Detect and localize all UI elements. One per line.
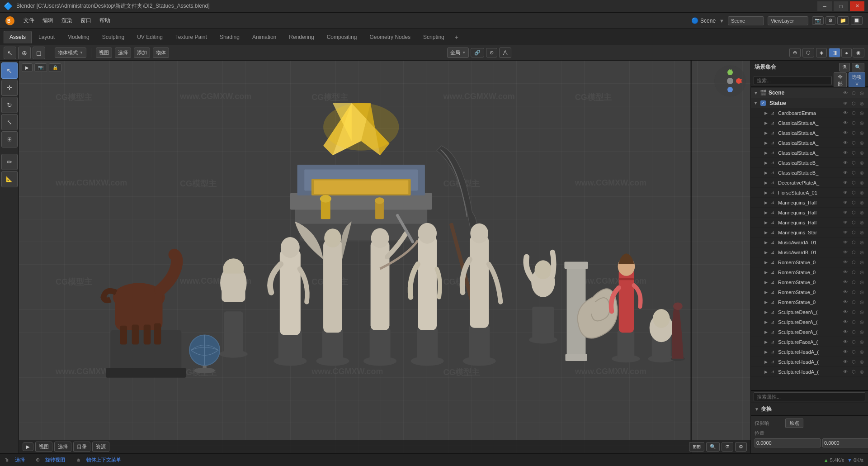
add-workspace-button[interactable]: + — [451, 32, 462, 43]
render-btn[interactable]: 📷 — [812, 16, 824, 25]
tree-expand-btn[interactable]: ▶ — [763, 279, 769, 285]
scene-render-btn[interactable]: ◎ — [858, 89, 865, 96]
tree-expand-btn[interactable]: ▶ — [763, 269, 769, 276]
item-eye-btn[interactable]: 👁 — [842, 269, 849, 276]
tab-sculpting[interactable]: Sculpting — [96, 31, 130, 43]
viewport-cam-btn[interactable]: 📷 — [34, 63, 47, 72]
tree-item-SculptureHeadA-2[interactable]: ▶ ⊿ SculptureHeadA_( 👁 ⬡ ◎ — [751, 357, 868, 367]
filter-all-btn[interactable]: 全部 — [834, 72, 847, 89]
snapping-btn[interactable]: 🔗 — [471, 48, 484, 57]
item-eye-btn[interactable]: 👁 — [842, 338, 849, 346]
viewport-bottom-mode-btn[interactable]: ▶ — [23, 442, 33, 451]
item-render-btn[interactable]: ◎ — [858, 199, 865, 206]
item-render-btn[interactable]: ◎ — [858, 119, 865, 127]
viewport-asset-btn[interactable]: 资源 — [92, 442, 109, 452]
tree-item-SculptureDeerA-1[interactable]: ▶ ⊿ SculptureDeerA_( 👁 ⬡ ◎ — [751, 307, 868, 317]
filter-select-btn[interactable]: 选项 ∨ — [849, 72, 865, 89]
item-render-btn[interactable]: ◎ — [858, 169, 865, 176]
tree-expand-btn[interactable]: ▶ — [763, 219, 769, 226]
item-eye-btn[interactable]: 👁 — [842, 169, 849, 176]
item-select-btn[interactable]: ⬡ — [850, 179, 857, 186]
item-render-btn[interactable]: ◎ — [858, 109, 865, 117]
tree-item-ClassicalStatueA-3[interactable]: ▶ ⊿ ClassicalStatueA_ 👁 ⬡ ◎ — [751, 138, 868, 148]
overlay-btn[interactable]: ⬡ — [802, 48, 814, 57]
viewport-lock-btn[interactable]: 🔒 — [49, 63, 61, 72]
tree-item-RomeroStatue-3[interactable]: ▶ ⊿ RomeroStatue_0 👁 ⬡ ◎ — [751, 277, 868, 287]
item-eye-btn[interactable]: 👁 — [842, 328, 849, 336]
item-eye-btn[interactable]: 👁 — [842, 319, 849, 326]
tree-item-MannequinsHalf-2[interactable]: ▶ ⊿ Mannequins_Half 👁 ⬡ ◎ — [751, 208, 868, 218]
measure-tool[interactable]: 📐 — [1, 171, 18, 187]
item-render-btn[interactable]: ◎ — [858, 259, 865, 266]
item-eye-btn[interactable]: 👁 — [842, 219, 849, 226]
item-render-btn[interactable]: ◎ — [858, 328, 865, 336]
cursor-tool[interactable]: ↖ — [1, 62, 18, 79]
item-eye-btn[interactable]: 👁 — [842, 358, 849, 366]
item-eye-btn[interactable]: 👁 — [842, 119, 849, 127]
item-select-btn[interactable]: ⬡ — [850, 348, 857, 356]
transform-header[interactable]: ▼ 变换 — [751, 403, 868, 416]
tree-item-ClassicalStatueA-2[interactable]: ▶ ⊿ ClassicalStatueA_ 👁 ⬡ ◎ — [751, 128, 868, 138]
settings-vp-btn[interactable]: ⚙ — [735, 442, 747, 452]
outliner-tree[interactable]: ▼ 🎬 Scene 👁 ⬡ ◎ ▼ ✓ Statue 👁 ⬡ — [751, 87, 868, 390]
tree-item-HorseStatueA[interactable]: ▶ ⊿ HorseStatueA_01 👁 ⬡ ◎ — [751, 188, 868, 198]
item-select-btn[interactable]: ⬡ — [850, 229, 857, 236]
tree-item-DecorativePlateA[interactable]: ▶ ⊿ DecorativePlateA_ 👁 ⬡ ◎ — [751, 178, 868, 188]
item-select-btn[interactable]: ⬡ — [850, 169, 857, 176]
item-eye-btn[interactable]: 👁 — [842, 348, 849, 356]
viewport-mode-btn[interactable]: ▶ — [22, 63, 33, 72]
item-eye-btn[interactable]: 👁 — [842, 199, 849, 206]
axis-gizmo[interactable]: X Y Z — [714, 65, 746, 97]
item-select-btn[interactable]: ⬡ — [850, 149, 857, 157]
outliner-search-btn[interactable]: 🔍 — [852, 63, 864, 71]
tree-expand-btn[interactable]: ▶ — [763, 200, 769, 206]
scene-row[interactable]: ▼ 🎬 Scene 👁 ⬡ ◎ — [751, 88, 868, 98]
tree-expand-btn[interactable]: ▶ — [763, 130, 769, 136]
item-render-btn[interactable]: ◎ — [858, 239, 865, 246]
item-select-btn[interactable]: ⬡ — [850, 249, 857, 256]
engine-selector[interactable]: 🔵 Scene — [691, 17, 716, 24]
item-render-btn[interactable]: ◎ — [858, 358, 865, 366]
tree-expand-btn[interactable]: ▶ — [763, 110, 769, 116]
item-select-btn[interactable]: ⬡ — [850, 338, 857, 346]
tree-item-ClassicalStatueA-4[interactable]: ▶ ⊿ ClassicalStatueA_ 👁 ⬡ ◎ — [751, 148, 868, 158]
viewport-view-btn[interactable]: 视图 — [35, 442, 52, 452]
item-render-btn[interactable]: ◎ — [858, 309, 865, 316]
tree-item-CardboardEmma[interactable]: ▶ ⊿ CardboardEmma 👁 ⬡ ◎ — [751, 108, 868, 118]
item-render-btn[interactable]: ◎ — [858, 249, 865, 256]
tree-expand-btn[interactable]: ▶ — [763, 329, 769, 335]
tab-shading[interactable]: Shading — [214, 31, 245, 43]
item-render-btn[interactable]: ◎ — [858, 348, 865, 356]
item-select-btn[interactable]: ⬡ — [850, 289, 857, 296]
item-eye-btn[interactable]: 👁 — [842, 368, 849, 376]
tree-item-ClassicalStatueB-1[interactable]: ▶ ⊿ ClassicalStatueB_ 👁 ⬡ ◎ — [751, 158, 868, 168]
tree-item-SculptureDeerA-3[interactable]: ▶ ⊿ SculptureDeerA_( 👁 ⬡ ◎ — [751, 327, 868, 337]
item-render-btn[interactable]: ◎ — [858, 189, 865, 196]
item-select-btn[interactable]: ⬡ — [850, 368, 857, 376]
tab-texture-paint[interactable]: Texture Paint — [170, 31, 213, 43]
scene-select-btn[interactable]: ⬡ — [850, 89, 857, 96]
tree-expand-btn[interactable]: ▶ — [763, 349, 769, 355]
scene-selector[interactable]: ▼ — [719, 18, 724, 24]
item-select-btn[interactable]: ⬡ — [850, 239, 857, 246]
tree-expand-btn[interactable]: ▶ — [763, 319, 769, 325]
mode-dropdown[interactable]: 物体模式 ▼ — [55, 48, 86, 58]
tree-expand-btn[interactable]: ▶ — [763, 299, 769, 305]
tree-item-MannequinsHalf-3[interactable]: ▶ ⊿ Mannequins_Half 👁 ⬡ ◎ — [751, 218, 868, 228]
tree-expand-btn[interactable]: ▶ — [763, 239, 769, 246]
tree-item-MusicAwardA[interactable]: ▶ ⊿ MusicAwardA_01 👁 ⬡ ◎ — [751, 238, 868, 247]
item-eye-btn[interactable]: 👁 — [842, 149, 849, 157]
navigation-circle[interactable]: X Y Z — [714, 65, 746, 97]
item-select-btn[interactable]: ⬡ — [850, 209, 857, 216]
tab-animation[interactable]: Animation — [246, 31, 282, 43]
item-eye-btn[interactable]: 👁 — [842, 229, 849, 236]
item-select-btn[interactable]: ⬡ — [850, 109, 857, 117]
item-select-btn[interactable]: ⬡ — [850, 189, 857, 196]
maximize-button[interactable]: □ — [834, 1, 848, 11]
tree-item-SculptureDeerA-2[interactable]: ▶ ⊿ SculptureDeerA_( 👁 ⬡ ◎ — [751, 317, 868, 327]
tree-item-SculptureHeadA-3[interactable]: ▶ ⊿ SculptureHeadA_( 👁 ⬡ ◎ — [751, 367, 868, 377]
tree-expand-btn[interactable]: ▶ — [763, 359, 769, 365]
tree-expand-btn[interactable]: ▶ — [763, 209, 769, 216]
props-search-input[interactable] — [754, 392, 865, 401]
item-eye-btn[interactable]: 👁 — [842, 299, 849, 306]
